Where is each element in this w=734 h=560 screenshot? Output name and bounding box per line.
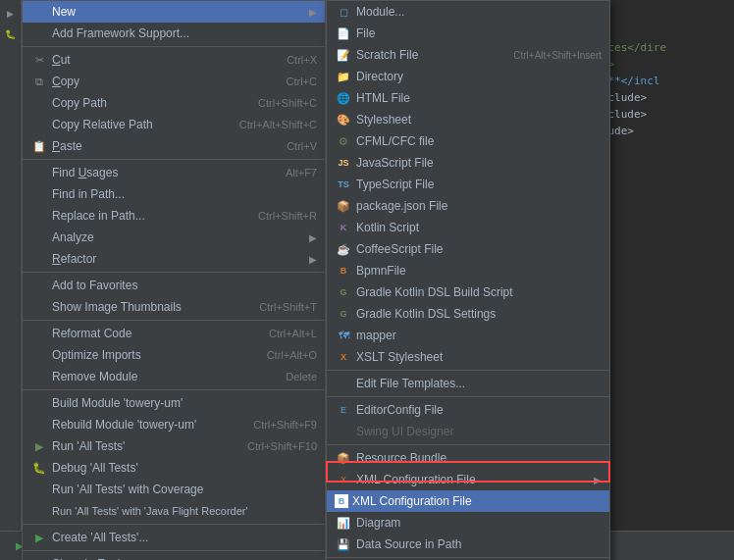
menu-item-cut-label: Cut [52, 53, 267, 67]
submenu-item-mapper[interactable]: 🗺 mapper [327, 325, 609, 346]
sep-4 [23, 320, 325, 321]
submenu-item-diagram-label: Diagram [356, 516, 602, 530]
sep-2 [23, 159, 325, 160]
submenu-item-packagejson[interactable]: 📦 package.json File [327, 195, 609, 217]
submenu-item-scratch-file[interactable]: 📝 Scratch File Ctrl+Alt+Shift+Insert [327, 44, 609, 66]
menu-item-reformat[interactable]: Reformat Code Ctrl+Alt+L [23, 323, 325, 344]
copy-path-shortcut: Ctrl+Shift+C [258, 97, 317, 109]
menu-item-rebuild-module[interactable]: Rebuild Module 'towery-um' Ctrl+Shift+F9 [23, 414, 325, 435]
menu-item-build-module[interactable]: Build Module 'towery-um' [23, 392, 325, 414]
menu-item-remove-module[interactable]: Remove Module Delete [23, 366, 325, 387]
menu-item-find-in-path[interactable]: Find in Path... [23, 183, 325, 205]
file-icon: 📄 [335, 27, 352, 40]
menu-item-show-thumbnails-label: Show Image Thumbnails [52, 300, 239, 314]
menu-item-copy-path[interactable]: Copy Path Ctrl+Shift+C [23, 92, 325, 114]
menu-item-paste[interactable]: 📋 Paste Ctrl+V [23, 135, 325, 157]
run-all-tests-shortcut: Ctrl+Shift+F10 [247, 440, 317, 452]
submenu-item-coffeescript-label: CoffeeScript File [356, 242, 602, 256]
left-panel-icon-1: ▶ [2, 5, 20, 23]
menu-item-cut[interactable]: ✂ Cut Ctrl+X [23, 49, 325, 71]
submenu-item-coffeescript[interactable]: ☕ CoffeeScript File [327, 238, 609, 260]
menu-item-analyze[interactable]: Analyze ▶ [23, 227, 325, 248]
submenu-item-file-label: File [356, 26, 602, 40]
xslt-icon: X [335, 352, 352, 362]
menu-item-run-coverage[interactable]: Run 'All Tests' with Coverage [23, 479, 325, 500]
packagejson-icon: 📦 [335, 200, 352, 213]
bpmnfile-icon: B [335, 266, 352, 276]
submenu-item-edit-templates[interactable]: Edit File Templates... [327, 373, 609, 394]
analyze-arrow: ▶ [309, 232, 317, 243]
copy-shortcut: Ctrl+C [287, 76, 317, 87]
paste-shortcut: Ctrl+V [287, 140, 317, 152]
menu-item-remove-module-label: Remove Module [52, 370, 266, 383]
sep-1 [23, 46, 325, 47]
submenu-item-module-label: Module... [356, 5, 602, 19]
sep-5 [23, 389, 325, 390]
submenu-item-data-source[interactable]: 💾 Data Source in Path [327, 534, 609, 555]
coffeescript-icon: ☕ [335, 243, 352, 256]
submenu-item-gradle-settings-label: Gradle Kotlin DSL Settings [356, 307, 602, 321]
menu-item-analyze-label: Analyze [52, 230, 305, 244]
submenu-item-stylesheet[interactable]: 🎨 Stylesheet [327, 109, 609, 130]
submenu-item-xslt[interactable]: X XSLT Stylesheet [327, 346, 609, 368]
paste-icon: 📋 [30, 140, 48, 153]
menu-item-optimize[interactable]: Optimize Imports Ctrl+Alt+O [23, 344, 325, 366]
submenu-item-xml-config[interactable]: X XML Configuration File ▶ [327, 469, 609, 490]
optimize-shortcut: Ctrl+Alt+O [267, 349, 317, 361]
menu-item-add-framework[interactable]: Add Framework Support... [23, 23, 325, 44]
menu-item-refactor-label: Refactor [52, 252, 305, 266]
menu-item-find-usages[interactable]: Find Usages Alt+F7 [23, 162, 325, 183]
submenu-item-bpmn-file-label: XML Configuration File [352, 494, 602, 508]
submenu-sep-4 [327, 557, 609, 558]
menu-item-debug-all-tests[interactable]: 🐛 Debug 'All Tests' [23, 457, 325, 479]
submenu-item-bpmnfile[interactable]: B BpmnFile [327, 260, 609, 281]
submenu-item-kotlin[interactable]: K Kotlin Script [327, 217, 609, 238]
menu-item-show-thumbnails[interactable]: Show Image Thumbnails Ctrl+Shift+T [23, 296, 325, 318]
rebuild-module-shortcut: Ctrl+Shift+F9 [253, 419, 317, 431]
new-arrow: ▶ [309, 7, 317, 18]
submenu-item-gradle-settings[interactable]: G Gradle Kotlin DSL Settings [327, 303, 609, 325]
menu-item-new[interactable]: New ▶ [23, 1, 325, 23]
menu-item-create-tests[interactable]: ▶ Create 'All Tests'... [23, 527, 325, 548]
submenu-item-file[interactable]: 📄 File [327, 23, 609, 44]
menu-item-refactor[interactable]: Refactor ▶ [23, 248, 325, 270]
sep-7 [23, 550, 325, 551]
menu-item-rebuild-module-label: Rebuild Module 'towery-um' [52, 418, 234, 432]
reformat-shortcut: Ctrl+Alt+L [269, 328, 317, 339]
editorconfig-icon: E [335, 405, 352, 415]
submenu-item-cfml[interactable]: ⚙ CFML/CFC file [327, 130, 609, 152]
submenu-item-javascript[interactable]: JS JavaScript File [327, 152, 609, 174]
xml-config-arrow: ▶ [594, 475, 602, 485]
menu-item-add-favorites[interactable]: Add to Favorites [23, 275, 325, 296]
submenu-item-directory[interactable]: 📁 Directory [327, 66, 609, 87]
menu-item-copy-relative-label: Copy Relative Path [52, 118, 220, 131]
menu-item-run-all-tests[interactable]: ▶ Run 'All Tests' Ctrl+Shift+F10 [23, 435, 325, 457]
menu-item-copy-path-label: Copy Path [52, 96, 238, 110]
menu-item-replace-in-path[interactable]: Replace in Path... Ctrl+Shift+R [23, 205, 325, 227]
submenu-item-xml-config-label: XML Configuration File [356, 473, 594, 486]
submenu-item-html-file-label: HTML File [356, 91, 602, 105]
submenu-item-editorconfig[interactable]: E EditorConfig File [327, 399, 609, 421]
menu-item-run-flight[interactable]: Run 'All Tests' with 'Java Flight Record… [23, 500, 325, 522]
menu-item-copy-relative[interactable]: Copy Relative Path Ctrl+Alt+Shift+C [23, 114, 325, 135]
submenu-item-editorconfig-label: EditorConfig File [356, 403, 602, 417]
submenu-item-bpmn-file[interactable]: B XML Configuration File [327, 490, 609, 512]
resource-bundle-icon: 📦 [335, 452, 352, 465]
gradle-build-icon: G [335, 287, 352, 297]
cfml-icon: ⚙ [335, 135, 352, 148]
menu-item-add-framework-label: Add Framework Support... [52, 26, 317, 40]
submenu-item-gradle-build[interactable]: G Gradle Kotlin DSL Build Script [327, 281, 609, 303]
submenu-item-diagram[interactable]: 📊 Diagram [327, 512, 609, 534]
menu-item-run-coverage-label: Run 'All Tests' with Coverage [52, 483, 317, 496]
menu-item-new-label: New [52, 5, 305, 19]
submenu-item-resource-bundle[interactable]: 📦 Resource Bundle [327, 447, 609, 469]
menu-item-debug-all-tests-label: Debug 'All Tests' [52, 461, 317, 475]
find-usages-shortcut: Alt+F7 [286, 167, 317, 178]
menu-item-show-explorer[interactable]: Show in Explorer [23, 553, 325, 560]
submenu-item-typescript[interactable]: TS TypeScript File [327, 174, 609, 195]
menu-item-copy[interactable]: ⧉ Copy Ctrl+C [23, 71, 325, 92]
cut-icon: ✂ [30, 54, 48, 67]
submenu-item-html-file[interactable]: 🌐 HTML File [327, 87, 609, 109]
submenu-item-module[interactable]: ◻ Module... [327, 1, 609, 23]
menu-item-create-tests-label: Create 'All Tests'... [52, 531, 317, 544]
